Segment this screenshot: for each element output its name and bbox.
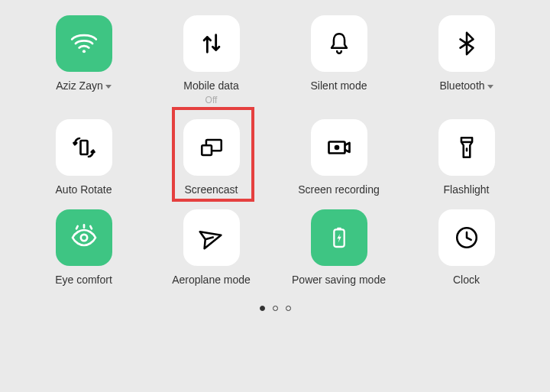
power-saving-label: Power saving mode xyxy=(292,274,386,286)
mobile-data-label: Mobile data xyxy=(183,79,238,92)
tile-eye-comfort: Eye comfort xyxy=(23,209,144,286)
tile-wifi: Aziz Zayn xyxy=(23,15,144,105)
svg-point-5 xyxy=(334,145,339,151)
tile-power-saving: Power saving mode xyxy=(278,209,400,286)
svg-rect-1 xyxy=(80,141,87,154)
screen-recording-icon xyxy=(325,134,353,161)
silent-mode-label: Silent mode xyxy=(311,79,367,92)
tile-aeroplane-mode: Aeroplane mode xyxy=(150,209,272,286)
screen-recording-label: Screen recording xyxy=(298,183,380,196)
svg-point-0 xyxy=(82,50,85,53)
screencast-label: Screencast xyxy=(184,183,238,196)
svg-rect-14 xyxy=(337,228,341,230)
auto-rotate-button[interactable] xyxy=(56,119,112,176)
screencast-icon xyxy=(199,134,225,160)
eye-comfort-label: Eye comfort xyxy=(55,274,112,286)
bell-icon xyxy=(326,31,352,57)
pagination-dots[interactable] xyxy=(0,306,550,311)
clock-button[interactable] xyxy=(438,209,495,266)
wifi-button[interactable] xyxy=(56,15,112,72)
clock-icon xyxy=(454,225,480,251)
aeroplane-mode-button[interactable] xyxy=(183,209,240,266)
screencast-button[interactable] xyxy=(183,119,240,176)
silent-mode-button[interactable] xyxy=(311,15,367,72)
tile-bluetooth: Bluetooth xyxy=(406,15,527,105)
mobile-data-button[interactable] xyxy=(183,15,240,72)
chevron-down-icon xyxy=(487,85,493,89)
quick-settings-grid: Aziz Zayn Mobile data Off Silent mode xyxy=(0,0,550,286)
mobile-data-sublabel: Off xyxy=(205,95,218,105)
svg-line-11 xyxy=(90,226,92,228)
auto-rotate-label: Auto Rotate xyxy=(56,183,112,196)
tile-clock: Clock xyxy=(406,209,527,286)
svg-rect-3 xyxy=(202,145,212,155)
page-dot-3[interactable] xyxy=(286,306,291,311)
tile-mobile-data: Mobile data Off xyxy=(150,15,272,105)
bluetooth-label: Bluetooth xyxy=(439,79,493,92)
clock-label: Clock xyxy=(453,274,480,286)
svg-line-9 xyxy=(76,226,78,228)
flashlight-label: Flashlight xyxy=(444,183,490,196)
screen-recording-button[interactable] xyxy=(311,119,367,176)
wifi-icon xyxy=(70,29,99,58)
flashlight-button[interactable] xyxy=(438,119,495,176)
mobile-data-icon xyxy=(199,31,225,57)
auto-rotate-icon xyxy=(70,134,98,161)
aeroplane-mode-label: Aeroplane mode xyxy=(172,274,251,286)
tile-silent-mode: Silent mode xyxy=(278,15,400,105)
bluetooth-icon xyxy=(454,31,480,57)
svg-line-12 xyxy=(205,237,213,239)
battery-icon xyxy=(327,225,351,250)
tile-auto-rotate: Auto Rotate xyxy=(23,119,144,196)
flashlight-icon xyxy=(454,134,480,160)
tile-flashlight: Flashlight xyxy=(406,119,527,196)
page-dot-2[interactable] xyxy=(273,306,278,311)
svg-point-8 xyxy=(80,235,86,241)
page-dot-1[interactable] xyxy=(260,306,265,311)
power-saving-button[interactable] xyxy=(311,209,367,266)
eye-comfort-button[interactable] xyxy=(56,209,112,266)
airplane-icon xyxy=(199,225,225,251)
chevron-down-icon xyxy=(105,85,112,89)
eye-icon xyxy=(69,222,99,253)
bluetooth-button[interactable] xyxy=(438,15,495,72)
tile-screen-recording: Screen recording xyxy=(278,119,400,196)
tile-screencast: Screencast xyxy=(150,119,272,196)
wifi-label: Aziz Zayn xyxy=(56,79,111,92)
